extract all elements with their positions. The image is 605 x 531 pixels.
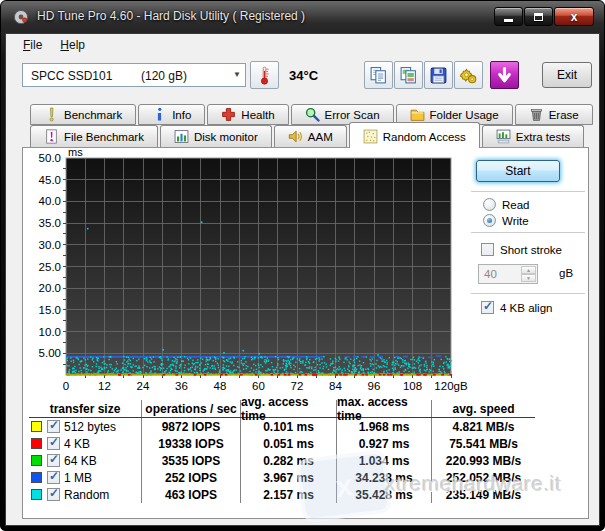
svg-text:24: 24 <box>137 380 150 392</box>
maximize-button[interactable] <box>524 7 553 26</box>
svg-text:36: 36 <box>175 380 188 392</box>
menu-item-help[interactable]: Help <box>51 35 94 55</box>
tab-row-2: File BenchmarkDisk monitorAAMRandom Acce… <box>30 125 584 147</box>
write-radio[interactable]: Write <box>483 214 529 227</box>
checkbox-icon[interactable] <box>481 301 494 314</box>
tab-label: Info <box>172 109 191 121</box>
exit-button[interactable]: Exit <box>542 62 592 88</box>
error-scan-magnifier-icon <box>305 107 320 122</box>
capacity-spinner[interactable]: 40 ▲ ▼ <box>478 264 538 284</box>
separator <box>471 232 585 234</box>
ops-value: 9872 IOPS <box>141 418 240 435</box>
capacity-unit-label: gB <box>559 267 573 279</box>
series-color-swatch <box>31 421 42 432</box>
series-cell: 4 KB <box>29 435 141 452</box>
tab-label: Extra tests <box>516 131 570 143</box>
table-row-random: Random463 IOPS2.157 ms35.428 ms235.149 M… <box>29 486 535 503</box>
close-icon: x <box>571 11 578 23</box>
tab-label: AAM <box>308 131 333 143</box>
max-value: 1.968 ms <box>336 418 431 435</box>
tab-random-access[interactable]: Random Access <box>349 122 480 148</box>
temperature-button[interactable] <box>250 61 279 89</box>
tab-label: Erase <box>549 109 579 121</box>
tab-aam[interactable]: AAM <box>274 125 347 147</box>
short-stroke-checkbox[interactable]: Short stroke <box>481 243 562 256</box>
copy-image-button[interactable] <box>394 61 423 89</box>
app-icon <box>13 9 29 25</box>
close-button[interactable]: x <box>554 7 594 26</box>
menu-item-file[interactable]: File <box>14 35 51 55</box>
series-label: 64 KB <box>64 454 97 468</box>
tab-file-benchmark[interactable]: File Benchmark <box>30 125 158 147</box>
tab-erase[interactable]: Erase <box>515 104 593 125</box>
svg-text:72: 72 <box>291 380 304 392</box>
separator <box>471 293 585 295</box>
align-checkbox[interactable]: 4 KB align <box>481 301 552 314</box>
series-cell: 1 MB <box>29 469 141 486</box>
max-value: 0.927 ms <box>336 435 431 452</box>
spin-up-icon[interactable]: ▲ <box>521 266 536 274</box>
read-radio[interactable]: Read <box>483 198 530 211</box>
series-color-swatch <box>31 472 42 483</box>
drive-size: (120 gB) <box>141 69 187 83</box>
start-button[interactable]: Start <box>476 160 560 182</box>
max-value: 1.034 ms <box>336 452 431 469</box>
screenshot-button[interactable] <box>490 61 519 89</box>
series-color-swatch <box>31 489 42 500</box>
series-checkbox[interactable] <box>47 420 60 433</box>
svg-text:35.0: 35.0 <box>39 217 61 229</box>
title-bar[interactable]: HD Tune Pro 4.60 - Hard Disk Utility ( R… <box>1 1 604 33</box>
options-gears-icon <box>459 66 478 85</box>
avg-value: 3.967 ms <box>240 469 336 486</box>
series-checkbox[interactable] <box>47 454 60 467</box>
svg-text:96: 96 <box>368 380 381 392</box>
svg-text:40.0: 40.0 <box>39 195 61 207</box>
series-cell: 64 KB <box>29 452 141 469</box>
table-row-512-bytes: 512 bytes9872 IOPS0.101 ms1.968 ms4.821 … <box>29 418 535 435</box>
ops-value: 252 IOPS <box>141 469 240 486</box>
avg-value: 0.282 ms <box>240 452 336 469</box>
spin-down-icon[interactable]: ▼ <box>521 274 536 282</box>
column-header: operations / sec <box>141 400 240 417</box>
svg-text:15.0: 15.0 <box>39 304 61 316</box>
tab-benchmark[interactable]: Benchmark <box>30 104 136 125</box>
series-label: Random <box>64 488 109 502</box>
column-header: transfer size <box>29 400 141 417</box>
extra-tests-chart-icon <box>496 129 511 144</box>
series-color-swatch <box>31 455 42 466</box>
window-title: HD Tune Pro 4.60 - Hard Disk Utility ( R… <box>37 9 305 23</box>
column-header: max. access time <box>336 400 431 417</box>
checkbox-icon[interactable] <box>481 243 494 256</box>
copy-text-button[interactable] <box>364 61 393 89</box>
drive-selector[interactable]: SPCC SSD101 (120 gB) ▼ <box>22 63 246 87</box>
series-checkbox[interactable] <box>47 471 60 484</box>
read-label: Read <box>502 199 530 211</box>
tab-label: Random Access <box>383 131 466 143</box>
tab-info[interactable]: Info <box>138 104 205 125</box>
svg-text:25.0: 25.0 <box>39 261 61 273</box>
radio-icon[interactable] <box>483 214 496 227</box>
down-arrow-icon <box>495 66 514 85</box>
speed-value: 220.993 MB/s <box>431 452 535 469</box>
svg-text:45.0: 45.0 <box>39 174 61 186</box>
radio-icon[interactable] <box>483 198 496 211</box>
disk-monitor-icon <box>174 129 189 144</box>
drive-name: SPCC SSD101 <box>31 69 112 83</box>
save-button[interactable] <box>424 61 453 89</box>
tab-disk-monitor[interactable]: Disk monitor <box>160 125 272 147</box>
series-cell: 512 bytes <box>29 418 141 435</box>
minimize-icon <box>504 19 513 22</box>
svg-text:ms: ms <box>68 148 83 158</box>
tab-extra-tests[interactable]: Extra tests <box>482 125 584 147</box>
app-window: HD Tune Pro 4.60 - Hard Disk Utility ( R… <box>0 0 605 531</box>
series-label: 512 bytes <box>64 420 116 434</box>
series-checkbox[interactable] <box>47 437 60 450</box>
series-checkbox[interactable] <box>47 488 60 501</box>
svg-text:48: 48 <box>214 380 227 392</box>
options-button[interactable] <box>454 61 483 89</box>
svg-text:20.0: 20.0 <box>39 282 61 294</box>
speed-value: 252.052 MB/s <box>431 469 535 486</box>
minimize-button[interactable] <box>494 7 523 26</box>
tab-label: Disk monitor <box>194 131 258 143</box>
tab-health[interactable]: Health <box>207 104 288 125</box>
